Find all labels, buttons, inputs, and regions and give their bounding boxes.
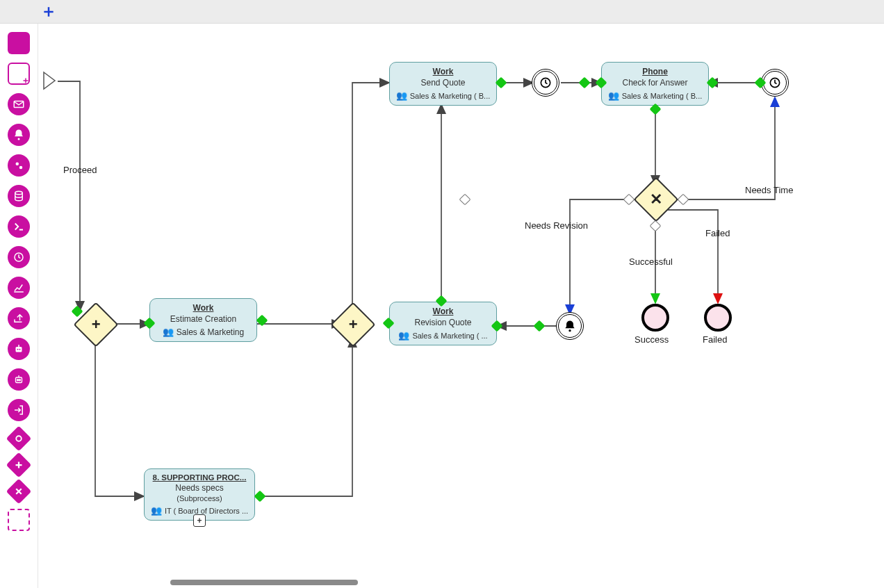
users-three-icon: 👥 xyxy=(398,330,409,341)
anchor-icon xyxy=(579,77,591,89)
svg-point-7 xyxy=(17,349,19,350)
flow-label: Proceed xyxy=(63,165,97,175)
palette-robot-outline-icon[interactable] xyxy=(8,368,30,391)
anchor-icon xyxy=(459,194,471,206)
horizontal-scrollbar[interactable] xyxy=(170,580,379,588)
anchor-icon xyxy=(623,194,635,206)
task-role: 👥Sales & Marketing ( ... xyxy=(398,330,487,341)
gateway-exclusive[interactable]: ✕ xyxy=(633,177,678,222)
task-subtext: (Subprocess) xyxy=(177,494,222,503)
anchor-icon xyxy=(534,320,546,332)
task-title: Work xyxy=(433,307,454,316)
palette-task-icon[interactable] xyxy=(8,32,30,54)
task-revision-quote[interactable]: Work Revision Quote 👥Sales & Marketing (… xyxy=(389,302,497,345)
flow-label: Failed xyxy=(705,228,730,238)
end-label: Failed xyxy=(703,334,727,345)
anchor-icon xyxy=(254,491,266,503)
svg-point-11 xyxy=(19,379,21,381)
users-three-icon: 👥 xyxy=(151,505,162,516)
timer-event-1[interactable] xyxy=(532,69,559,97)
anchor-icon xyxy=(650,220,662,232)
task-name: Check for Answer xyxy=(622,78,687,88)
task-estimate-creation[interactable]: Work Estimate Creation 👥Sales & Marketin… xyxy=(149,298,257,342)
end-event-failed[interactable] xyxy=(704,304,732,332)
palette-gears-icon[interactable] xyxy=(8,154,30,177)
palette-mail-icon[interactable] xyxy=(8,93,30,115)
task-name: Revision Quote xyxy=(414,318,471,327)
end-event-success[interactable] xyxy=(641,304,669,332)
palette-terminal-icon[interactable] xyxy=(8,215,30,238)
flow-label: Successful xyxy=(629,256,673,267)
palette-database-icon[interactable] xyxy=(8,185,30,207)
svg-point-12 xyxy=(16,436,22,441)
task-name: Send Quote xyxy=(420,78,465,88)
svg-point-15 xyxy=(568,329,571,332)
users-three-icon: 👥 xyxy=(608,90,619,101)
task-role: 👥Sales & Marketing ( B... xyxy=(608,90,703,101)
palette xyxy=(0,24,38,588)
palette-gateway-plus-icon[interactable] xyxy=(6,452,32,478)
main-area: + + ✕ Work Estimate Creation 👥Sales & Ma… xyxy=(0,24,884,588)
gateway-parallel-2[interactable]: + xyxy=(330,302,375,347)
svg-point-2 xyxy=(16,163,19,166)
task-send-quote[interactable]: Work Send Quote 👥Sales & Marketing ( B..… xyxy=(389,62,497,106)
task-role: 👥Sales & Marketing xyxy=(163,327,244,337)
task-title: 8. SUPPORTING PROC... xyxy=(153,473,247,482)
anchor-icon xyxy=(496,77,507,89)
svg-point-3 xyxy=(19,166,23,170)
svg-rect-6 xyxy=(16,347,22,352)
users-three-icon: 👥 xyxy=(396,90,407,101)
svg-point-8 xyxy=(19,349,21,350)
task-role: 👥Sales & Marketing ( B... xyxy=(396,90,491,101)
palette-robot-icon[interactable] xyxy=(8,338,30,360)
start-event[interactable] xyxy=(42,71,62,92)
palette-share-icon[interactable] xyxy=(8,307,30,329)
task-name: Needs specs xyxy=(175,483,223,493)
task-supporting-subprocess[interactable]: 8. SUPPORTING PROC... Needs specs (Subpr… xyxy=(144,468,255,521)
palette-exit-icon[interactable] xyxy=(8,399,30,421)
end-label: Success xyxy=(635,334,669,345)
palette-selection-icon[interactable] xyxy=(8,509,30,531)
topbar xyxy=(0,0,884,24)
users-two-icon: 👥 xyxy=(163,327,174,337)
palette-clock-icon[interactable] xyxy=(8,246,30,268)
svg-point-1 xyxy=(18,138,20,140)
add-tab-button[interactable] xyxy=(42,5,56,19)
task-title: Work xyxy=(433,67,454,76)
flow-label: Needs Revision xyxy=(525,220,588,231)
task-name: Estimate Creation xyxy=(170,314,236,324)
anchor-icon xyxy=(256,315,268,327)
palette-gateway-circle-icon[interactable] xyxy=(6,426,32,452)
svg-point-4 xyxy=(15,191,23,195)
svg-point-10 xyxy=(17,379,19,381)
palette-gateway-x-icon[interactable] xyxy=(6,479,32,505)
palette-chart-icon[interactable] xyxy=(8,277,30,299)
canvas[interactable]: + + ✕ Work Estimate Creation 👥Sales & Ma… xyxy=(38,24,884,588)
message-event[interactable] xyxy=(556,312,584,340)
subprocess-expand-icon[interactable]: + xyxy=(193,514,206,527)
flow-label: Needs Time xyxy=(745,185,793,195)
diagram[interactable]: + + ✕ Work Estimate Creation 👥Sales & Ma… xyxy=(38,24,884,588)
palette-bell-icon[interactable] xyxy=(8,124,30,146)
task-check-answer[interactable]: Phone Check for Answer 👥Sales & Marketin… xyxy=(601,62,709,106)
anchor-icon xyxy=(678,194,689,206)
task-title: Phone xyxy=(642,67,668,76)
palette-subprocess-icon[interactable] xyxy=(8,63,30,85)
task-title: Work xyxy=(193,303,214,313)
